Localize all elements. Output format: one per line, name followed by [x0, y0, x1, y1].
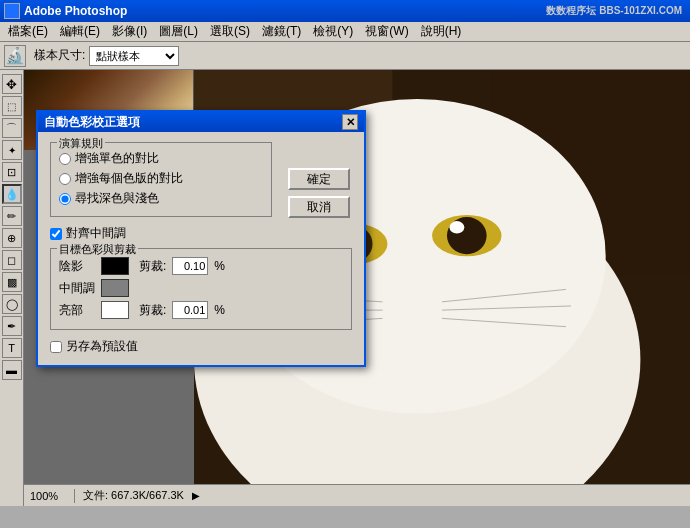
dialog-titlebar: 自動色彩校正選項 ✕ — [38, 112, 364, 132]
radio-row-2: 尋找深色與淺色 — [59, 190, 263, 207]
watermark: 数数程序坛 BBS-101ZXI.COM — [546, 4, 682, 18]
save-checkbox[interactable] — [50, 341, 62, 353]
midtones-checkbox-row: 對齊中間調 — [50, 225, 272, 242]
toolbar: 🔬 樣本尺寸: 點狀樣本 3x3平均 5x5平均 — [0, 42, 690, 70]
zoom-level: 100% — [30, 490, 66, 502]
tool-text[interactable]: T — [2, 338, 22, 358]
ok-button[interactable]: 確定 — [288, 168, 350, 190]
radio-enhance-channels-label[interactable]: 增強每個色版的對比 — [75, 170, 183, 187]
menu-bar: 檔案(E) 編輯(E) 影像(I) 圖層(L) 選取(S) 濾鏡(T) 檢視(Y… — [0, 22, 690, 42]
canvas-area: 100% 文件: 667.3K/667.3K ▶ 自動色彩校正選項 ✕ 演算規則 — [24, 70, 690, 506]
shadow-label: 陰影 — [59, 258, 95, 275]
algorithm-group-label: 演算規則 — [57, 136, 105, 151]
auto-color-dialog: 自動色彩校正選項 ✕ 演算規則 增強單色的對比 增強每個色版 — [36, 110, 366, 367]
tool-brush[interactable]: ✏ — [2, 206, 22, 226]
main-area: ✥ ⬚ ⌒ ✦ ⊡ 💧 ✏ ⊕ ◻ ▩ ◯ ✒ T ▬ — [0, 70, 690, 506]
tool-move[interactable]: ✥ — [2, 74, 22, 94]
menu-layer[interactable]: 圖層(L) — [153, 22, 204, 41]
dialog-buttons: 確定 取消 — [288, 168, 350, 218]
menu-view[interactable]: 檢視(Y) — [307, 22, 359, 41]
sample-size-select[interactable]: 點狀樣本 3x3平均 5x5平均 — [89, 46, 179, 66]
dialog-body: 演算規則 增強單色的對比 增強每個色版的對比 尋找深色與淺色 — [38, 132, 364, 365]
highlight-label: 亮部 — [59, 302, 95, 319]
algorithm-group: 演算規則 增強單色的對比 增強每個色版的對比 尋找深色與淺色 — [50, 142, 272, 217]
status-bar: 100% 文件: 667.3K/667.3K ▶ — [24, 484, 690, 506]
highlight-swatch[interactable] — [101, 301, 129, 319]
midtone-label: 中間調 — [59, 280, 95, 297]
eyedropper-tool[interactable]: 🔬 — [4, 45, 26, 67]
tool-pen[interactable]: ✒ — [2, 316, 22, 336]
dialog-title: 自動色彩校正選項 — [44, 114, 140, 131]
tool-crop[interactable]: ⊡ — [2, 162, 22, 182]
file-info: 文件: 667.3K/667.3K — [83, 488, 184, 503]
status-arrow[interactable]: ▶ — [192, 490, 200, 501]
midtones-label[interactable]: 對齊中間調 — [66, 225, 126, 242]
app-title: Adobe Photoshop — [24, 4, 546, 18]
shadow-swatch[interactable] — [101, 257, 129, 275]
radio-enhance-channels[interactable] — [59, 173, 71, 185]
radio-find-darks[interactable] — [59, 193, 71, 205]
shadow-clip-input[interactable]: 0.10 — [172, 257, 208, 275]
sample-size-label: 樣本尺寸: — [34, 47, 85, 64]
radio-find-darks-label[interactable]: 尋找深色與淺色 — [75, 190, 159, 207]
midtone-swatch[interactable] — [101, 279, 129, 297]
midtones-checkbox[interactable] — [50, 228, 62, 240]
shadow-row: 陰影 剪裁: 0.10 % — [59, 257, 343, 275]
status-divider — [74, 489, 75, 503]
tool-marquee[interactable]: ⬚ — [2, 96, 22, 116]
left-toolbar: ✥ ⬚ ⌒ ✦ ⊡ 💧 ✏ ⊕ ◻ ▩ ◯ ✒ T ▬ — [0, 70, 24, 506]
radio-enhance-mono-label[interactable]: 增強單色的對比 — [75, 150, 159, 167]
save-label[interactable]: 另存為預設值 — [66, 338, 138, 355]
dialog-close-button[interactable]: ✕ — [342, 114, 358, 130]
tool-shape[interactable]: ▬ — [2, 360, 22, 380]
midtone-row: 中間調 — [59, 279, 343, 297]
dialog-overlay: 自動色彩校正選項 ✕ 演算規則 增強單色的對比 增強每個色版 — [36, 110, 366, 367]
color-targets-group: 目標色彩與剪裁 陰影 剪裁: 0.10 % 中間調 — [50, 248, 352, 330]
highlight-clip-label: 剪裁: — [139, 302, 166, 319]
radio-row-0: 增強單色的對比 — [59, 150, 263, 167]
tool-dodge[interactable]: ◯ — [2, 294, 22, 314]
highlight-clip-input[interactable] — [172, 301, 208, 319]
title-bar: Adobe Photoshop 数数程序坛 BBS-101ZXI.COM — [0, 0, 690, 22]
menu-edit[interactable]: 編輯(E) — [54, 22, 106, 41]
highlight-percent: % — [214, 303, 225, 317]
menu-image[interactable]: 影像(I) — [106, 22, 153, 41]
tool-lasso[interactable]: ⌒ — [2, 118, 22, 138]
menu-file[interactable]: 檔案(E) — [2, 22, 54, 41]
app-icon — [4, 3, 20, 19]
save-row: 另存為預設值 — [50, 338, 352, 355]
tool-eraser[interactable]: ◻ — [2, 250, 22, 270]
targets-group-label: 目標色彩與剪裁 — [57, 242, 138, 257]
tool-stamp[interactable]: ⊕ — [2, 228, 22, 248]
radio-enhance-mono[interactable] — [59, 153, 71, 165]
shadow-percent: % — [214, 259, 225, 273]
tool-magic-wand[interactable]: ✦ — [2, 140, 22, 160]
menu-filter[interactable]: 濾鏡(T) — [256, 22, 307, 41]
tool-gradient[interactable]: ▩ — [2, 272, 22, 292]
tool-eyedropper[interactable]: 💧 — [2, 184, 22, 204]
shadow-clip-label: 剪裁: — [139, 258, 166, 275]
radio-row-1: 增強每個色版的對比 — [59, 170, 263, 187]
menu-window[interactable]: 視窗(W) — [359, 22, 414, 41]
highlight-row: 亮部 剪裁: % — [59, 301, 343, 319]
menu-select[interactable]: 選取(S) — [204, 22, 256, 41]
svg-point-14 — [449, 221, 464, 233]
menu-help[interactable]: 說明(H) — [415, 22, 468, 41]
cancel-button[interactable]: 取消 — [288, 196, 350, 218]
